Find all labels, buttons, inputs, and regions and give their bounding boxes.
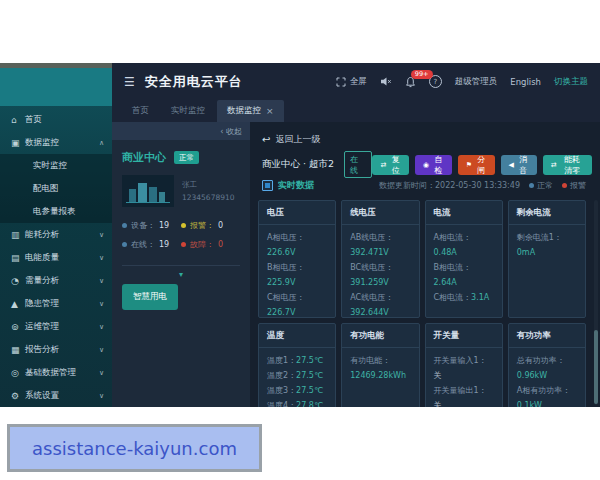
sidebar-submenu: 实时监控配电图电参量报表 [0, 154, 112, 223]
section-title: 实时数据 [278, 179, 314, 192]
language-switch[interactable]: English [510, 77, 541, 87]
card-row-label: 温度3： [267, 386, 296, 395]
contact-phone: 12345678910 [182, 193, 235, 202]
消音-button[interactable]: ◀消音 [501, 155, 537, 175]
tab-item[interactable]: 首页 [122, 100, 159, 122]
top-header: ☰ 安全用电云平台 全屏 99+ [112, 63, 600, 100]
tab-close-icon[interactable]: × [266, 106, 274, 116]
energy-analysis-icon: ▥ [11, 230, 25, 240]
mute-icon: ◀ [509, 161, 514, 169]
sidebar-item[interactable]: ⚙系统设置∨ [0, 384, 112, 407]
stat-value: 0 [218, 240, 223, 249]
theme-switch[interactable]: 切换主题 [554, 76, 588, 88]
card-row: AC线电压：392.644V [350, 290, 410, 318]
sidebar-item[interactable]: ◎基础数据管理∨ [0, 361, 112, 384]
data-card: 线电压AB线电压：392.471VBC线电压：391.259VAC线电压：392… [341, 200, 419, 318]
tab-label: 实时监控 [171, 105, 205, 117]
home-icon: ⌂ [11, 115, 25, 125]
chevron-icon: ∨ [99, 231, 104, 239]
sidebar-item-label: 系统设置 [25, 390, 99, 402]
action-button-label: 能耗清零 [561, 154, 584, 176]
collapse-bar[interactable]: ‹ 收起 [112, 122, 250, 140]
card-row: 开关量输出1：关 [434, 383, 494, 407]
card-row-value: 0.48A [434, 248, 457, 257]
base-data-icon: ◎ [11, 368, 25, 378]
sidebar-item[interactable]: ▲隐患管理∨ [0, 292, 112, 315]
hamburger-menu-icon[interactable]: ☰ [124, 75, 135, 89]
sidebar-item-label: 数据监控 [25, 137, 99, 149]
screenshot-stage: ⌂首页▣数据监控∧实时监控配电图电参量报表▥能耗分析∨▤电能质量∨◔需量分析∨▲… [0, 0, 600, 480]
fullscreen-label: 全屏 [350, 76, 367, 88]
card-row-value: 27.5℃ [296, 356, 323, 365]
card-row-label: 开关量输出1： [434, 386, 487, 395]
tab-item[interactable]: 实时监控 [161, 100, 215, 122]
复位-button[interactable]: ⇄复位 [372, 155, 409, 175]
自检-button[interactable]: ◉自检 [415, 155, 452, 175]
mute-speaker-icon[interactable] [380, 76, 392, 87]
sidebar-item[interactable]: ▣数据监控∧ [0, 131, 112, 154]
sidebar-item-label: 隐患管理 [25, 298, 99, 310]
card-row: C相电流：3.1A [434, 290, 494, 305]
legend-item: 报警 [562, 180, 586, 191]
notification-bell-icon[interactable]: 99+ [405, 76, 416, 88]
realtime-data-icon [262, 180, 273, 191]
watermark-box: assistance-kaiyun.com [7, 424, 262, 472]
report-icon: ▦ [11, 345, 25, 355]
card-body: 有功电能：12469.28kWh [342, 348, 418, 388]
status-badge: 正常 [174, 151, 199, 164]
legend-dot [529, 183, 534, 188]
card-row-label: B相电压： [267, 263, 305, 272]
collapse-label: ‹ 收起 [220, 126, 242, 137]
selfcheck-icon: ◉ [423, 161, 429, 169]
card-title: 有功电能 [342, 324, 418, 348]
card-row-value: 12469.28kWh [350, 371, 406, 380]
legend-label: 报警 [570, 180, 586, 191]
card-row-label: B相电流： [434, 263, 472, 272]
sidebar-item[interactable]: ▥能耗分析∨ [0, 223, 112, 246]
back-button[interactable]: ↩ 返回上一级 [262, 133, 320, 146]
smart-power-device-button[interactable]: 智慧用电 [122, 284, 178, 310]
stat-label: 报警： [190, 220, 214, 231]
card-row-value: 关 [434, 371, 442, 380]
trip-flag-icon: ⚑ [466, 161, 472, 169]
card-row-value: 27.5℃ [296, 386, 323, 395]
sidebar-item-label: 基础数据管理 [25, 367, 99, 379]
tab-active[interactable]: 数据监控× [217, 100, 284, 122]
tab-label: 首页 [132, 105, 149, 117]
sidebar-item[interactable]: ⊚运维管理∨ [0, 315, 112, 338]
card-row-value: 226.6V [267, 248, 295, 257]
sidebar-item[interactable]: ▤电能质量∨ [0, 246, 112, 269]
chevron-down-icon[interactable]: ▾ [112, 270, 250, 279]
card-row: 有功电能：12469.28kWh [350, 353, 410, 383]
sidebar-item[interactable]: ◔需量分析∨ [0, 269, 112, 292]
分闸-button[interactable]: ⚑分闸 [458, 155, 495, 175]
sidebar-subitem[interactable]: 电参量报表 [0, 200, 112, 223]
card-row-value: 391.259V [350, 278, 389, 287]
sidebar-item[interactable]: ⌂首页 [0, 108, 112, 131]
card-row: 总有功功率：0.96kW [517, 353, 577, 383]
card-body: 总有功功率：0.96kWA相有功功率：0.1kWB相有功功率： [509, 348, 585, 407]
sidebar-menu: ⌂首页▣数据监控∧实时监控配电图电参量报表▥能耗分析∨▤电能质量∨◔需量分析∨▲… [0, 108, 112, 407]
chevron-icon: ∨ [99, 323, 104, 331]
scrollbar-thumb[interactable] [594, 330, 598, 404]
card-row: A相电压：226.6V [267, 230, 327, 260]
sidebar-subitem[interactable]: 实时监控 [0, 154, 112, 177]
sidebar-item[interactable]: ▦报告分析∨ [0, 338, 112, 361]
card-row: 温度4：27.8℃ [267, 398, 327, 407]
card-row: 开关量输入1：关 [434, 353, 494, 383]
legend-item: 正常 [529, 180, 553, 191]
fullscreen-button[interactable]: 全屏 [336, 76, 367, 88]
能耗清零-button[interactable]: ⇄能耗清零 [543, 155, 592, 175]
user-name[interactable]: 超级管理员 [455, 76, 498, 88]
stat-item: 故障：0 [181, 239, 240, 250]
back-label: 返回上一级 [275, 133, 320, 146]
card-row-value: 2.64A [434, 278, 457, 287]
sidebar-item-label: 运维管理 [25, 321, 99, 333]
sidebar-subitem[interactable]: 配电图 [0, 177, 112, 200]
sidebar-item-label: 能耗分析 [25, 229, 99, 241]
main-content: ↩ 返回上一级 商业中心 · 超市2 在 线 ⇄复位◉自检⚑分闸◀消音⇄能耗清零… [250, 122, 600, 407]
app-title: 安全用电云平台 [145, 73, 243, 91]
data-card: 有功功率总有功功率：0.96kWA相有功功率：0.1kWB相有功功率： [508, 323, 586, 407]
site-panel: ‹ 收起 商业中心 正常 张工 12345678910 [112, 122, 250, 407]
sidebar-item-label: 电能质量 [25, 252, 99, 264]
